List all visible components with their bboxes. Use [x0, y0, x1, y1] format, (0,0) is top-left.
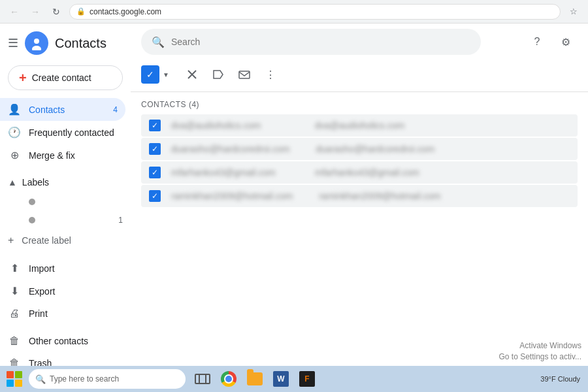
chrome-icon [221, 371, 237, 387]
merge-contacts-button[interactable] [180, 63, 204, 86]
contact-row[interactable]: ✓ duarasho@hardcoredroi.com duarasho@har… [141, 138, 578, 160]
labels-section-header[interactable]: ▲ Labels [0, 172, 131, 193]
contact-row[interactable]: ✓ raminkhan2009@hotmail.com raminkhan200… [141, 185, 578, 207]
label-dot-1 [29, 199, 35, 205]
app5-taskbar-icon[interactable]: F [295, 367, 319, 391]
taskbar-icons: W F [191, 367, 319, 391]
contact-info-2: duarasho@hardcoredroi.com duarasho@hardc… [171, 144, 570, 154]
start-button[interactable] [3, 367, 26, 391]
contact-email-1: dva@audioholics.com [315, 120, 404, 131]
settings-icon-button[interactable]: ⚙ [554, 30, 578, 54]
app-container: ☰ Contacts + Create contact 👤 Contacts 4… [0, 24, 588, 366]
contact-row[interactable]: ✓ mfarhanko43@gmail.com mfarhanko43@gmai… [141, 161, 578, 184]
merge-icon: ⊕ [8, 149, 21, 161]
header-actions: ? ⚙ [525, 30, 578, 54]
sidebar-item-export[interactable]: ⬇ Export [0, 280, 125, 302]
sidebar-item-import[interactable]: ⬆ Import [0, 257, 125, 280]
import-icon: ⬆ [8, 262, 21, 274]
contact-info-1: dva@audioholics.com dva@audioholics.com [171, 120, 570, 131]
label-dot-2 [29, 217, 35, 223]
taskbar-right: 39°F Cloudy [540, 375, 585, 383]
app-logo [25, 31, 48, 55]
back-button[interactable]: ← [7, 4, 22, 20]
contact-checkbox-2[interactable]: ✓ [149, 143, 161, 155]
create-contact-button[interactable]: + Create contact [8, 65, 123, 90]
contact-row[interactable]: ✓ dva@audioholics.com dva@audioholics.co… [141, 114, 578, 137]
contacts-list: CONTACTS (4) ✓ dva@audioholics.com dva@a… [131, 92, 588, 366]
history-icon: 🕐 [8, 126, 21, 139]
sidebar-item-trash[interactable]: 🗑 Trash [0, 352, 125, 366]
contacts-count: CONTACTS (4) [141, 97, 578, 114]
lock-icon: 🔒 [76, 7, 86, 16]
label-2-badge: 1 [118, 216, 123, 225]
contact-email-2: duarasho@hardcoredroi.com [316, 144, 435, 154]
contact-email-4: raminkhan2009@hotmail.com [319, 191, 440, 201]
print-icon: 🖨 [8, 308, 21, 319]
chevron-up-icon: ▲ [8, 177, 17, 188]
sidebar-item-print[interactable]: 🖨 Print [0, 302, 125, 325]
sidebar-item-frequently-contacted[interactable]: 🕐 Frequently contacted [0, 121, 125, 144]
delete-icon: 🗑 [8, 357, 21, 366]
contact-name-2: duarasho@hardcoredroi.com [171, 144, 290, 154]
folder-icon [247, 372, 263, 385]
sidebar-item-merge-fix[interactable]: ⊕ Merge & fix [0, 144, 125, 167]
contacts-toolbar: ✓ ▼ ⋮ [131, 60, 588, 92]
refresh-button[interactable]: ↻ [48, 4, 64, 20]
svg-rect-3 [239, 71, 250, 78]
select-dropdown[interactable]: ✓ ▼ [141, 65, 172, 84]
sidebar-item-contacts[interactable]: 👤 Contacts 4 [0, 98, 125, 121]
send-email-button[interactable] [233, 63, 256, 86]
search-input[interactable] [171, 37, 470, 47]
forward-button[interactable]: → [27, 4, 43, 20]
create-label-button[interactable]: + Create label [0, 229, 131, 252]
word-taskbar-icon[interactable]: W [269, 367, 293, 391]
windows-logo [7, 371, 22, 387]
activate-watermark: Activate Windows Go to Settings to activ… [498, 340, 581, 363]
taskbar: 🔍 Type here to search W F 39°F Cloudy [0, 366, 588, 392]
contacts-badge: 4 [113, 105, 118, 114]
task-view-button[interactable] [191, 367, 214, 391]
svg-point-1 [34, 39, 39, 44]
help-icon-button[interactable]: ? [525, 30, 549, 54]
chrome-taskbar-icon[interactable] [217, 367, 240, 391]
contact-checkbox-1[interactable]: ✓ [149, 120, 161, 131]
contact-info-4: raminkhan2009@hotmail.com raminkhan2009@… [171, 191, 570, 201]
app-title: Contacts [55, 36, 106, 51]
browser-bar: ← → ↻ 🔒 contacts.google.com ☆ [0, 0, 588, 24]
label-item-1[interactable] [0, 193, 131, 211]
system-tray: 39°F Cloudy [540, 375, 580, 383]
main-header: 🔍 ? ⚙ [131, 24, 588, 60]
sidebar-item-other-contacts[interactable]: 🗑 Other contacts [0, 330, 125, 352]
trash-outline-icon: 🗑 [8, 335, 21, 347]
hamburger-icon[interactable]: ☰ [8, 36, 18, 50]
contact-name-3: mfarhanko43@gmail.com [171, 167, 289, 178]
contact-checkbox-4[interactable]: ✓ [149, 190, 161, 202]
select-all-checkbox[interactable]: ✓ [141, 65, 159, 84]
label-button[interactable] [206, 63, 230, 86]
sidebar: ☰ Contacts + Create contact 👤 Contacts 4… [0, 24, 131, 366]
person-icon: 👤 [8, 103, 21, 116]
contact-name-1: dva@audioholics.com [171, 120, 289, 131]
select-dropdown-arrow[interactable]: ▼ [159, 68, 172, 81]
contact-name-4: raminkhan2009@hotmail.com [171, 191, 293, 201]
app-header: ☰ Contacts [0, 29, 131, 60]
plus-icon: + [19, 71, 27, 84]
taskbar-search-bar[interactable]: 🔍 Type here to search [29, 369, 186, 389]
search-bar[interactable]: 🔍 [141, 29, 481, 55]
app5-icon: F [299, 371, 315, 387]
url-bar[interactable]: 🔒 contacts.google.com [69, 4, 561, 20]
more-actions-button[interactable]: ⋮ [259, 63, 282, 86]
search-icon: 🔍 [152, 36, 165, 48]
taskbar-search-placeholder: Type here to search [50, 374, 119, 384]
url-text: contacts.google.com [90, 7, 161, 16]
contact-checkbox-3[interactable]: ✓ [149, 167, 161, 178]
taskbar-search-icon: 🔍 [35, 374, 46, 384]
label-item-2[interactable]: 1 [0, 211, 131, 229]
main-content: 🔍 ? ⚙ ✓ ▼ [131, 24, 588, 366]
file-explorer-taskbar-icon[interactable] [243, 367, 267, 391]
export-icon: ⬇ [8, 285, 21, 297]
word-icon: W [273, 371, 289, 387]
add-label-icon: + [8, 235, 14, 246]
contact-info-3: mfarhanko43@gmail.com mfarhanko43@gmail.… [171, 167, 570, 178]
bookmark-icon[interactable]: ☆ [566, 4, 581, 20]
